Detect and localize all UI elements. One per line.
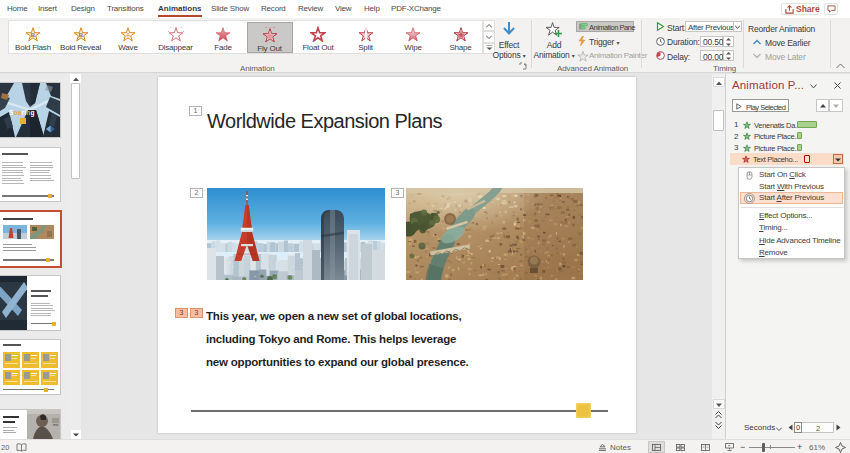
svg-text:B: B	[78, 31, 83, 37]
svg-text:A: A	[126, 31, 130, 37]
svg-text:B: B	[31, 31, 36, 37]
svg-text:me: me	[53, 422, 59, 427]
